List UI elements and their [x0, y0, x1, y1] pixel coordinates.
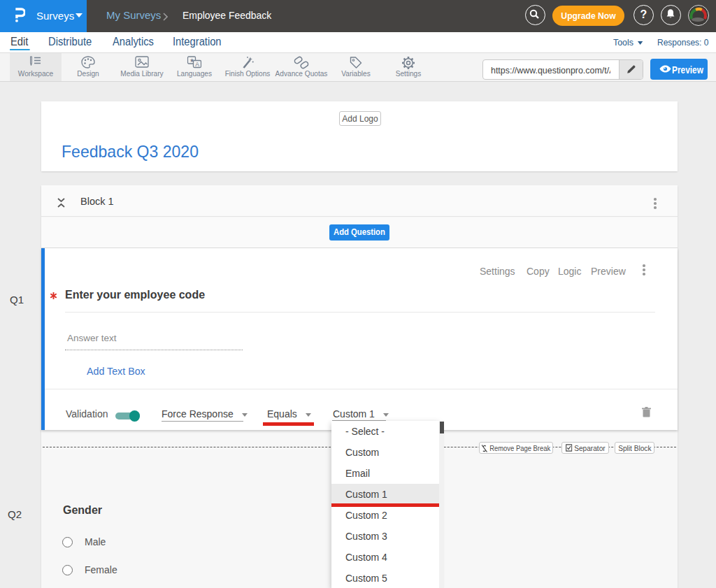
svg-text:A: A	[195, 61, 199, 68]
